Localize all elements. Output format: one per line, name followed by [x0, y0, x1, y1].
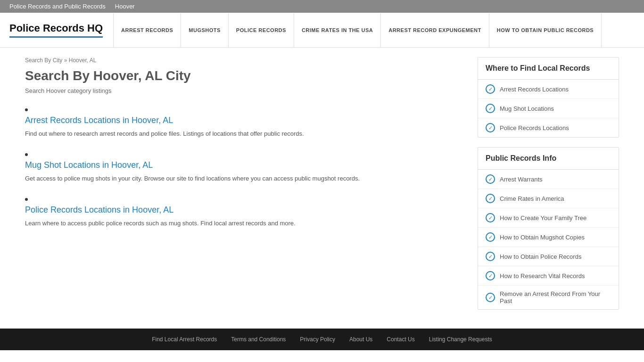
sidebar: Where to Find Local Records ✓Arrest Reco… — [478, 57, 619, 319]
bullet-1 — [25, 148, 459, 160]
breadcrumb: Search By City » Hoover, AL — [25, 57, 459, 64]
nav-item-5[interactable]: HOW TO OBTAIN PUBLIC RECORDS — [489, 13, 602, 47]
sidebar-list-2-link-4[interactable]: How to Obtain Police Records — [500, 253, 581, 260]
sidebar-list-1-item-0: ✓Arrest Records Locations — [478, 80, 619, 99]
footer-link-0[interactable]: Find Local Arrest Records — [152, 336, 217, 343]
logo-text: Police Records HQ — [9, 22, 103, 38]
sidebar-list-1: ✓Arrest Records Locations✓Mug Shot Locat… — [478, 80, 619, 137]
check-icon: ✓ — [486, 252, 495, 261]
logo[interactable]: Police Records HQ — [9, 13, 113, 47]
main-container: Search By City » Hoover, AL Search By Ho… — [16, 48, 628, 329]
breadcrumb-parent[interactable]: Search By City — [25, 57, 62, 64]
footer-link-3[interactable]: About Us — [349, 336, 372, 343]
check-icon: ✓ — [486, 123, 495, 132]
nav-item-0[interactable]: ARREST RECORDS — [113, 13, 181, 47]
check-icon: ✓ — [486, 194, 495, 203]
section-block-1: Mug Shot Locations in Hoover, ALGet acce… — [25, 160, 459, 184]
footer-link-4[interactable]: Contact Us — [387, 336, 414, 343]
sidebar-list-2-item-2: ✓How to Create Your Family Tree — [478, 208, 619, 228]
check-icon: ✓ — [486, 104, 495, 113]
breadcrumb-current: Hoover, AL — [69, 57, 97, 64]
check-icon: ✓ — [486, 84, 495, 94]
section-body-2: Learn where to access public police reco… — [25, 219, 459, 229]
sections-container: Arrest Records Locations in Hoover, ALFi… — [25, 104, 459, 228]
header: Police Records HQ ARREST RECORDSMUGSHOTS… — [0, 13, 644, 48]
content-area: Search By City » Hoover, AL Search By Ho… — [25, 57, 459, 319]
sidebar-list-2-item-4: ✓How to Obtain Police Records — [478, 247, 619, 266]
sidebar-list-2-link-3[interactable]: How to Obtain Mugshot Copies — [500, 234, 585, 241]
sidebar-box-local-records: Where to Find Local Records ✓Arrest Reco… — [478, 57, 619, 138]
top-bar: Police Records and Public Records Hoover — [0, 0, 644, 13]
nav-item-4[interactable]: ARREST RECORD EXPUNGEMENT — [381, 13, 489, 47]
section-heading-1[interactable]: Mug Shot Locations in Hoover, AL — [25, 160, 459, 170]
footer-link-2[interactable]: Privacy Policy — [300, 336, 335, 343]
bullet-2 — [25, 193, 459, 205]
section-block-0: Arrest Records Locations in Hoover, ALFi… — [25, 115, 459, 139]
sidebar-box-public-records: Public Records Info ✓Arrest Warrants✓Cri… — [478, 147, 619, 310]
section-heading-0[interactable]: Arrest Records Locations in Hoover, AL — [25, 115, 459, 125]
nav-item-3[interactable]: CRIME RATES IN THE USA — [294, 13, 381, 47]
sidebar-list-1-link-0[interactable]: Arrest Records Locations — [500, 86, 569, 93]
sidebar-list-2-link-1[interactable]: Crime Rates in America — [500, 195, 564, 202]
sidebar-list-2-item-6: ✓Remove an Arrest Record From Your Past — [478, 286, 619, 309]
sidebar-list-2-link-0[interactable]: Arrest Warrants — [500, 176, 543, 183]
sidebar-list-1-link-2[interactable]: Police Records Locations — [500, 124, 569, 132]
sidebar-list-2-link-6[interactable]: Remove an Arrest Record From Your Past — [500, 290, 611, 304]
sidebar-list-1-link-1[interactable]: Mug Shot Locations — [500, 105, 554, 112]
section-body-0: Find out where to research arrest record… — [25, 129, 459, 139]
sidebar-list-2-item-1: ✓Crime Rates in America — [478, 189, 619, 208]
check-icon: ✓ — [486, 293, 495, 302]
sidebar-list-2-link-5[interactable]: How to Research Vital Records — [500, 272, 585, 280]
sidebar-list-2-item-0: ✓Arrest Warrants — [478, 170, 619, 189]
section-heading-2[interactable]: Police Records Locations in Hoover, AL — [25, 205, 459, 215]
sidebar-list-2-item-5: ✓How to Research Vital Records — [478, 266, 619, 286]
section-block-2: Police Records Locations in Hoover, ALLe… — [25, 205, 459, 229]
sidebar-list-1-item-2: ✓Police Records Locations — [478, 118, 619, 137]
sidebar-box-2-title: Public Records Info — [478, 148, 619, 170]
check-icon: ✓ — [486, 213, 495, 222]
sidebar-list-2: ✓Arrest Warrants✓Crime Rates in America✓… — [478, 170, 619, 309]
check-icon: ✓ — [486, 232, 495, 242]
main-nav: ARREST RECORDSMUGSHOTSPOLICE RECORDSCRIM… — [113, 13, 635, 47]
sidebar-list-2-link-2[interactable]: How to Create Your Family Tree — [500, 214, 586, 222]
check-icon: ✓ — [486, 271, 495, 280]
sidebar-list-2-item-3: ✓How to Obtain Mugshot Copies — [478, 228, 619, 247]
bullet-0 — [25, 104, 459, 115]
section-body-1: Get access to police mug shots in your c… — [25, 174, 459, 184]
check-icon: ✓ — [486, 174, 495, 184]
footer-link-5[interactable]: Listing Change Requests — [429, 336, 492, 343]
topbar-link-1[interactable]: Police Records and Public Records — [9, 3, 106, 10]
sidebar-list-1-item-1: ✓Mug Shot Locations — [478, 99, 619, 118]
page-subtitle: Search Hoover category listings — [25, 87, 459, 94]
topbar-link-2[interactable]: Hoover — [115, 3, 135, 10]
footer-link-1[interactable]: Terms and Conditions — [231, 336, 286, 343]
sidebar-box-1-title: Where to Find Local Records — [478, 58, 619, 80]
nav-item-1[interactable]: MUGSHOTS — [181, 13, 229, 47]
nav-item-2[interactable]: POLICE RECORDS — [229, 13, 294, 47]
footer: Find Local Arrest RecordsTerms and Condi… — [0, 329, 644, 350]
page-title: Search By Hoover, AL City — [25, 68, 459, 83]
